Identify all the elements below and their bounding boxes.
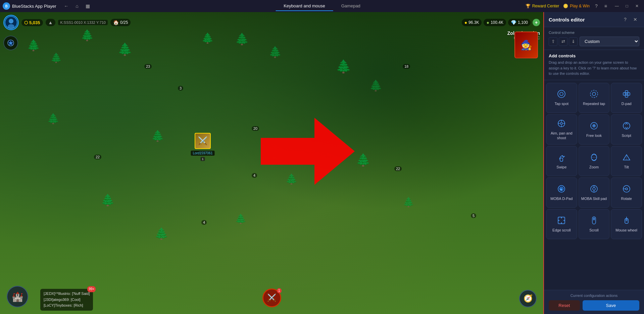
control-script[interactable]: Script — [611, 114, 642, 145]
app-logo-area: B BlueStacks App Player — [3, 2, 56, 10]
char-label: Lord1597061 — [191, 151, 215, 156]
reward-center-button[interactable]: 🏆 Reward Center — [526, 4, 559, 8]
avatar-icon — [4, 16, 18, 29]
svg-point-2 — [8, 24, 14, 29]
tree-deco-7: 🌲 — [336, 59, 351, 74]
tree-deco-1: 🌲 — [27, 39, 40, 52]
repeated-tap-icon — [589, 89, 599, 99]
mouse-wheel-label: Mouse wheel — [615, 228, 637, 232]
app-name: BlueStacks App Player — [12, 4, 56, 9]
save-button[interactable]: Save — [583, 300, 639, 311]
help-icon[interactable]: ? — [621, 15, 629, 23]
help-icon[interactable]: ? — [594, 2, 599, 10]
svg-rect-44 — [626, 218, 627, 221]
tree-deco-17: 🌲 — [403, 197, 414, 208]
compass-area: 🧭 — [519, 290, 537, 307]
tree-deco-13: 🌲 — [235, 213, 247, 224]
repeated-tap-label: Repeated tap — [583, 101, 605, 106]
game-left-ui — [3, 36, 18, 50]
mouse-wheel-icon — [622, 216, 631, 225]
footer-buttons: Reset Save — [549, 300, 639, 311]
tree-deco-12: 🌲 — [101, 193, 115, 207]
svg-point-1 — [9, 19, 13, 23]
rotate-label: Rotate — [621, 196, 632, 201]
tap-spot-label: Tap spot — [555, 101, 569, 106]
tree-deco-4: 🌲 — [201, 32, 214, 44]
tree-deco-2: 🌲 — [50, 52, 62, 63]
control-moba-skill-pad[interactable]: MOBA Skill pad — [579, 177, 610, 208]
close-editor-icon[interactable]: ✕ — [631, 15, 639, 23]
game-chat[interactable]: 99+ [JEDX]ᴸᴺIllustrio: ['Nuff Said] [J3D… — [40, 289, 93, 311]
map-number-5: 4 — [252, 173, 257, 178]
tree-deco-10: 🌲 — [356, 153, 371, 167]
control-mouse-wheel[interactable]: Mouse wheel — [611, 209, 642, 239]
svg-point-5 — [558, 90, 565, 98]
control-swipe[interactable]: Swipe — [546, 146, 577, 176]
tree-deco-15: 🌲 — [81, 29, 94, 42]
skill-button[interactable] — [3, 36, 18, 50]
map-number-2: 3 — [178, 86, 183, 91]
hud-avatar[interactable] — [3, 15, 19, 30]
control-repeated-tap[interactable]: Repeated tap — [579, 83, 610, 113]
control-tilt[interactable]: Tilt — [611, 146, 642, 176]
tab-gamepad[interactable]: Gamepad — [333, 1, 368, 11]
battle-area: ⚔️ 1 — [262, 289, 281, 307]
dpad-label: D-pad — [622, 101, 632, 106]
menu-icon[interactable]: ≡ — [603, 2, 608, 10]
control-scroll[interactable]: Scroll — [579, 209, 610, 239]
hud-troops: 🏠 0/25 — [110, 19, 131, 26]
home-button[interactable]: ⌂ — [72, 1, 82, 11]
control-moba-dpad[interactable]: 6 MOBA D-Pad — [546, 177, 577, 208]
scheme-label: Control scheme — [549, 31, 639, 35]
control-tap-spot[interactable]: Tap spot — [546, 83, 577, 113]
control-rotate[interactable]: Rotate — [611, 177, 642, 208]
script-icon — [622, 121, 631, 130]
game-hud-top: ⬡ 5,035 ▲ K:SSS1-0010 X:1332 Y:710 🏠 0/2… — [0, 15, 543, 30]
battle-badge: 1 — [277, 288, 282, 293]
back-button[interactable]: ← — [62, 1, 71, 11]
free-look-label: Free look — [586, 133, 602, 138]
play-win-button[interactable]: 🪙 Play & Win — [563, 4, 590, 8]
control-free-look[interactable]: Free look — [579, 114, 610, 145]
control-dpad[interactable]: D-pad — [611, 83, 642, 113]
control-zoom[interactable]: Zoom — [579, 146, 610, 176]
castle-button[interactable]: 🏰 — [7, 286, 28, 307]
add-resources-button[interactable]: + — [533, 19, 540, 26]
title-right: 🏆 Reward Center 🪙 Play & Win ? ≡ ― □ ✕ — [526, 2, 641, 10]
map-number-7: 22 — [394, 166, 402, 171]
script-label: Script — [622, 133, 631, 138]
compass-button[interactable]: 🧭 — [519, 290, 537, 307]
center-tabs: Keyboard and mouse Gamepad — [276, 1, 368, 11]
close-button[interactable]: ✕ — [633, 2, 641, 10]
tab-keyboard-mouse[interactable]: Keyboard and mouse — [276, 1, 333, 11]
svg-point-7 — [590, 90, 598, 98]
zoom-label: Zoom — [589, 165, 599, 169]
control-aim-pan-shoot[interactable]: Aim, pan and shoot — [546, 114, 577, 145]
windows-button[interactable]: ▦ — [83, 1, 93, 11]
editor-scheme: Control scheme ⇧ ⇄ ⇓ Custom — [544, 27, 644, 50]
app-logo: B — [3, 2, 10, 10]
castle-area: 🏰 — [7, 286, 28, 307]
title-bar: B BlueStacks App Player ← ⌂ ▦ Keyboard a… — [0, 0, 644, 12]
maximize-button[interactable]: □ — [623, 2, 631, 10]
coin-icon: 🪙 — [563, 4, 568, 8]
main-layout: ⬡ 5,035 ▲ K:SSS1-0010 X:1332 Y:710 🏠 0/2… — [0, 12, 644, 314]
character-portrait: 🧙 — [514, 32, 538, 58]
up-arrow-icon: ▲ — [48, 20, 53, 25]
map-number-4: 22 — [94, 155, 101, 159]
hud-coords: K:SSS1-0010 X:1332 Y:710 — [58, 20, 108, 25]
game-area: ⬡ 5,035 ▲ K:SSS1-0010 X:1332 Y:710 🏠 0/2… — [0, 12, 543, 314]
rotate-icon — [622, 184, 631, 194]
upload-scheme-icon[interactable]: ⇧ — [549, 37, 557, 46]
share-scheme-icon[interactable]: ⇄ — [559, 37, 567, 46]
save-scheme-icon[interactable]: ⇓ — [569, 37, 578, 46]
tree-deco-8: 🌲 — [47, 113, 59, 124]
battle-button[interactable]: ⚔️ 1 — [262, 289, 281, 307]
hud-resources: ● 96.3K ● 100.4K 💎 1,100 + — [462, 19, 540, 26]
control-edge-scroll[interactable]: Edge scroll — [546, 209, 577, 239]
minimize-button[interactable]: ― — [612, 2, 621, 10]
scheme-select[interactable]: Custom — [580, 37, 639, 46]
moba-skill-pad-label: MOBA Skill pad — [581, 196, 607, 201]
troops-icon: 🏠 — [113, 20, 119, 25]
reset-button[interactable]: Reset — [549, 300, 580, 311]
